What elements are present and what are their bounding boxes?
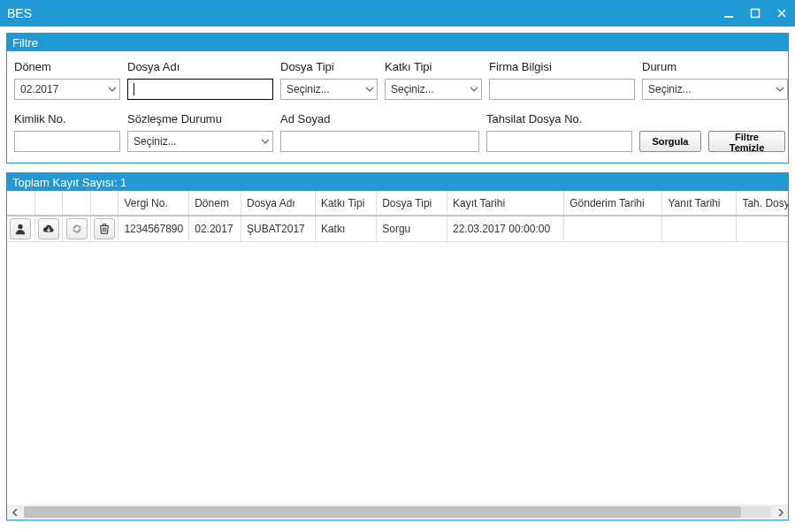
col-vergi-no[interactable]: Vergi No.	[118, 191, 189, 216]
col-dosya-adi[interactable]: Dosya Adı	[241, 191, 315, 216]
chevron-down-icon	[776, 86, 784, 93]
tahsilat-dosya-no-input[interactable]	[486, 131, 632, 152]
label-durum: Durum	[642, 60, 788, 73]
results-table: Vergi No. Dönem Dosya Adı Katkı Tipi Dos…	[7, 191, 788, 242]
durum-select[interactable]: Seçiniz...	[642, 79, 788, 100]
dosya-adi-input[interactable]	[127, 79, 273, 100]
col-donem[interactable]: Dönem	[189, 191, 241, 216]
label-ad-soyad: Ad Soyad	[280, 112, 479, 125]
col-katki-tipi[interactable]: Katkı Tipi	[315, 191, 376, 216]
col-kayit-tarihi[interactable]: Kayıt Tarihi	[447, 191, 563, 216]
cell-vergi-no: 1234567890	[118, 216, 189, 242]
chevron-down-icon	[109, 86, 116, 93]
label-katki-tipi: Katkı Tipi	[385, 60, 482, 73]
user-icon[interactable]	[10, 218, 31, 239]
refresh-icon[interactable]	[66, 218, 88, 239]
label-tahsilat-dosya-no: Tahsilat Dosya No.	[486, 112, 632, 125]
results-summary: Toplam Kayıt Sayısı: 1	[7, 173, 788, 191]
scroll-right-icon[interactable]	[773, 505, 788, 520]
cloud-download-icon[interactable]	[38, 218, 59, 239]
close-icon[interactable]	[776, 7, 788, 19]
results-grid-scroll[interactable]: Vergi No. Dönem Dosya Adı Katkı Tipi Dos…	[7, 191, 788, 505]
scroll-left-icon[interactable]	[7, 505, 22, 520]
minimize-icon[interactable]	[722, 7, 735, 19]
chevron-down-icon	[262, 138, 269, 145]
ad-soyad-input[interactable]	[280, 131, 479, 152]
horizontal-scrollbar[interactable]	[7, 505, 788, 520]
cell-tah-dosya-no	[737, 216, 788, 242]
donem-value: 02.2017	[20, 83, 58, 95]
label-donem: Dönem	[14, 60, 120, 73]
table-header-row: Vergi No. Dönem Dosya Adı Katkı Tipi Dos…	[7, 191, 788, 216]
kimlik-no-input[interactable]	[14, 131, 120, 152]
scroll-thumb[interactable]	[24, 506, 741, 518]
chevron-down-icon	[366, 86, 373, 93]
cell-donem: 02.2017	[189, 216, 241, 242]
donem-select[interactable]: 02.2017	[14, 79, 120, 100]
col-dosya-tipi[interactable]: Dosya Tipi	[377, 191, 447, 216]
scroll-track[interactable]	[24, 506, 771, 518]
label-sozlesme-durumu: Sözleşme Durumu	[127, 112, 273, 125]
filter-panel: Filtre Dönem Dosya Adı Dosya Tipi Katkı …	[6, 33, 789, 163]
col-tah-dosya-no[interactable]: Tah. Dosya No.	[737, 191, 788, 216]
label-firma-bilgisi: Firma Bilgisi	[489, 60, 635, 73]
text-caret	[134, 83, 134, 95]
katki-tipi-select[interactable]: Seçiniz...	[385, 79, 482, 100]
results-panel: Toplam Kayıt Sayısı: 1 Vergi No. Dönem	[6, 172, 789, 521]
filter-panel-header: Filtre	[7, 34, 788, 51]
durum-value: Seçiniz...	[648, 83, 692, 95]
window-titlebar: BES	[0, 0, 795, 27]
dosya-tipi-value: Seçiniz...	[287, 83, 330, 95]
col-yanit-tarihi[interactable]: Yanıt Tarihi	[662, 191, 737, 216]
sozlesme-durumu-select[interactable]: Seçiniz...	[127, 131, 273, 152]
window-title: BES	[7, 6, 722, 20]
label-kimlik-no: Kimlik No.	[14, 112, 120, 125]
sorgula-button[interactable]: Sorgula	[639, 131, 701, 152]
svg-point-4	[19, 224, 23, 229]
chevron-down-icon	[470, 86, 478, 93]
dosya-tipi-select[interactable]: Seçiniz...	[280, 79, 378, 100]
window-controls	[722, 7, 788, 19]
cell-yanit-tarihi	[662, 216, 737, 242]
cell-kayit-tarihi: 22.03.2017 00:00:00	[447, 216, 563, 242]
col-gonderim-tarihi[interactable]: Gönderim Tarihi	[564, 191, 662, 216]
sozlesme-durumu-value: Seçiniz...	[134, 135, 177, 148]
maximize-icon[interactable]	[749, 7, 761, 19]
cell-katki-tipi: Katkı	[315, 216, 376, 242]
table-row[interactable]: 1234567890 02.2017 ŞUBAT2017 Katkı Sorgu…	[7, 216, 788, 242]
cell-dosya-tipi: Sorgu	[377, 216, 447, 242]
cell-gonderim-tarihi	[564, 216, 662, 242]
svg-rect-1	[752, 10, 760, 18]
label-dosya-adi: Dosya Adı	[127, 60, 273, 73]
label-dosya-tipi: Dosya Tipi	[280, 60, 378, 73]
filtre-temizle-button[interactable]: Filtre Temizle	[708, 131, 785, 152]
katki-tipi-value: Seçiniz...	[391, 83, 434, 95]
firma-bilgisi-input[interactable]	[489, 79, 635, 100]
cell-dosya-adi: ŞUBAT2017	[241, 216, 315, 242]
trash-icon[interactable]	[94, 218, 115, 239]
